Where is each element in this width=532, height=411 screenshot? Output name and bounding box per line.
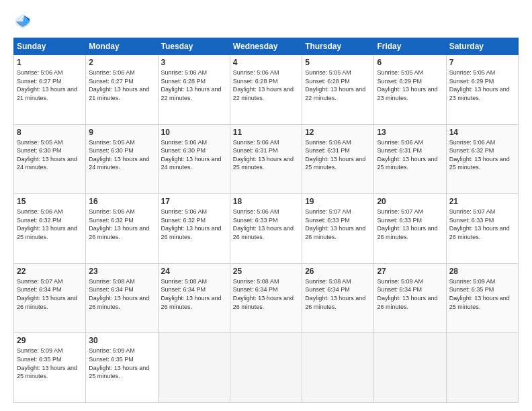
day-info: Sunrise: 5:09 AM Sunset: 6:35 PM Dayligh… <box>449 277 515 311</box>
calendar-cell: 12 Sunrise: 5:06 AM Sunset: 6:31 PM Dayl… <box>302 124 374 194</box>
day-number: 15 <box>17 197 83 206</box>
calendar-cell: 20 Sunrise: 5:07 AM Sunset: 6:33 PM Dayl… <box>374 194 446 264</box>
day-number: 3 <box>161 58 227 67</box>
day-number: 13 <box>377 128 443 137</box>
calendar-cell: 15 Sunrise: 5:06 AM Sunset: 6:32 PM Dayl… <box>14 194 86 264</box>
calendar-cell <box>158 333 230 403</box>
day-number: 7 <box>449 58 515 67</box>
weekday-header-tuesday: Tuesday <box>158 38 230 55</box>
day-info: Sunrise: 5:05 AM Sunset: 6:29 PM Dayligh… <box>377 68 443 102</box>
calendar-cell: 18 Sunrise: 5:06 AM Sunset: 6:33 PM Dayl… <box>230 194 302 264</box>
calendar-cell <box>446 333 518 403</box>
weekday-header-wednesday: Wednesday <box>230 38 302 55</box>
calendar-cell: 25 Sunrise: 5:08 AM Sunset: 6:34 PM Dayl… <box>230 263 302 333</box>
day-info: Sunrise: 5:05 AM Sunset: 6:30 PM Dayligh… <box>17 138 83 172</box>
day-info: Sunrise: 5:08 AM Sunset: 6:34 PM Dayligh… <box>305 277 371 311</box>
day-number: 26 <box>305 267 371 276</box>
weekday-header-friday: Friday <box>374 38 446 55</box>
day-info: Sunrise: 5:06 AM Sunset: 6:30 PM Dayligh… <box>161 138 227 172</box>
calendar-cell: 22 Sunrise: 5:07 AM Sunset: 6:34 PM Dayl… <box>14 263 86 333</box>
day-info: Sunrise: 5:06 AM Sunset: 6:31 PM Dayligh… <box>233 138 299 172</box>
calendar-cell: 29 Sunrise: 5:09 AM Sunset: 6:35 PM Dayl… <box>14 333 86 403</box>
day-info: Sunrise: 5:09 AM Sunset: 6:34 PM Dayligh… <box>377 277 443 311</box>
day-number: 20 <box>377 197 443 206</box>
day-info: Sunrise: 5:06 AM Sunset: 6:32 PM Dayligh… <box>161 208 227 241</box>
day-info: Sunrise: 5:06 AM Sunset: 6:28 PM Dayligh… <box>161 68 227 102</box>
day-number: 17 <box>161 197 227 206</box>
day-number: 9 <box>89 128 154 137</box>
day-info: Sunrise: 5:06 AM Sunset: 6:27 PM Dayligh… <box>89 68 154 102</box>
day-number: 24 <box>161 267 227 276</box>
calendar-week-4: 22 Sunrise: 5:07 AM Sunset: 6:34 PM Dayl… <box>14 263 519 333</box>
calendar-cell: 8 Sunrise: 5:05 AM Sunset: 6:30 PM Dayli… <box>14 124 86 194</box>
day-number: 23 <box>89 267 154 276</box>
day-number: 4 <box>233 58 299 67</box>
day-number: 21 <box>449 197 515 206</box>
calendar-cell <box>374 333 446 403</box>
calendar-cell: 11 Sunrise: 5:06 AM Sunset: 6:31 PM Dayl… <box>230 124 302 194</box>
day-number: 22 <box>17 267 83 276</box>
weekday-header-monday: Monday <box>86 38 158 55</box>
calendar-cell: 21 Sunrise: 5:07 AM Sunset: 6:33 PM Dayl… <box>446 194 518 264</box>
day-info: Sunrise: 5:06 AM Sunset: 6:28 PM Dayligh… <box>233 68 299 102</box>
calendar-week-3: 15 Sunrise: 5:06 AM Sunset: 6:32 PM Dayl… <box>14 194 519 264</box>
calendar-cell: 19 Sunrise: 5:07 AM Sunset: 6:33 PM Dayl… <box>302 194 374 264</box>
page: SundayMondayTuesdayWednesdayThursdayFrid… <box>0 0 532 411</box>
day-number: 8 <box>17 128 83 137</box>
day-info: Sunrise: 5:05 AM Sunset: 6:28 PM Dayligh… <box>305 68 371 102</box>
calendar-cell: 3 Sunrise: 5:06 AM Sunset: 6:28 PM Dayli… <box>158 55 230 125</box>
day-number: 16 <box>89 197 154 206</box>
calendar-cell: 16 Sunrise: 5:06 AM Sunset: 6:32 PM Dayl… <box>86 194 158 264</box>
calendar-cell: 28 Sunrise: 5:09 AM Sunset: 6:35 PM Dayl… <box>446 263 518 333</box>
calendar-cell: 14 Sunrise: 5:06 AM Sunset: 6:32 PM Dayl… <box>446 124 518 194</box>
calendar-cell: 13 Sunrise: 5:06 AM Sunset: 6:31 PM Dayl… <box>374 124 446 194</box>
day-info: Sunrise: 5:05 AM Sunset: 6:30 PM Dayligh… <box>89 138 154 172</box>
weekday-header-thursday: Thursday <box>302 38 374 55</box>
calendar-cell: 27 Sunrise: 5:09 AM Sunset: 6:34 PM Dayl… <box>374 263 446 333</box>
calendar-cell <box>302 333 374 403</box>
calendar-cell: 24 Sunrise: 5:08 AM Sunset: 6:34 PM Dayl… <box>158 263 230 333</box>
calendar-cell: 7 Sunrise: 5:05 AM Sunset: 6:29 PM Dayli… <box>446 55 518 125</box>
day-info: Sunrise: 5:06 AM Sunset: 6:32 PM Dayligh… <box>449 138 515 172</box>
day-info: Sunrise: 5:06 AM Sunset: 6:27 PM Dayligh… <box>17 68 83 102</box>
calendar-cell <box>230 333 302 403</box>
day-info: Sunrise: 5:09 AM Sunset: 6:35 PM Dayligh… <box>17 347 83 380</box>
day-number: 6 <box>377 58 443 67</box>
calendar-cell: 23 Sunrise: 5:08 AM Sunset: 6:34 PM Dayl… <box>86 263 158 333</box>
day-info: Sunrise: 5:07 AM Sunset: 6:33 PM Dayligh… <box>377 208 443 241</box>
day-number: 30 <box>89 336 154 345</box>
calendar-cell: 2 Sunrise: 5:06 AM Sunset: 6:27 PM Dayli… <box>86 55 158 125</box>
calendar-cell: 30 Sunrise: 5:09 AM Sunset: 6:35 PM Dayl… <box>86 333 158 403</box>
day-number: 28 <box>449 267 515 276</box>
day-info: Sunrise: 5:06 AM Sunset: 6:31 PM Dayligh… <box>377 138 443 172</box>
day-info: Sunrise: 5:06 AM Sunset: 6:32 PM Dayligh… <box>17 208 83 241</box>
logo <box>13 12 35 31</box>
calendar-week-2: 8 Sunrise: 5:05 AM Sunset: 6:30 PM Dayli… <box>14 124 519 194</box>
day-number: 2 <box>89 58 154 67</box>
day-number: 1 <box>17 58 83 67</box>
day-number: 10 <box>161 128 227 137</box>
calendar-table: SundayMondayTuesdayWednesdayThursdayFrid… <box>13 38 519 403</box>
day-info: Sunrise: 5:05 AM Sunset: 6:29 PM Dayligh… <box>449 68 515 102</box>
day-info: Sunrise: 5:09 AM Sunset: 6:35 PM Dayligh… <box>89 347 154 380</box>
day-number: 29 <box>17 336 83 345</box>
day-info: Sunrise: 5:06 AM Sunset: 6:33 PM Dayligh… <box>233 208 299 241</box>
day-number: 12 <box>305 128 371 137</box>
day-number: 11 <box>233 128 299 137</box>
calendar-cell: 1 Sunrise: 5:06 AM Sunset: 6:27 PM Dayli… <box>14 55 86 125</box>
calendar-week-1: 1 Sunrise: 5:06 AM Sunset: 6:27 PM Dayli… <box>14 55 519 125</box>
calendar-cell: 9 Sunrise: 5:05 AM Sunset: 6:30 PM Dayli… <box>86 124 158 194</box>
weekday-header-row: SundayMondayTuesdayWednesdayThursdayFrid… <box>14 38 519 55</box>
day-number: 14 <box>449 128 515 137</box>
logo-icon <box>13 12 32 31</box>
day-info: Sunrise: 5:06 AM Sunset: 6:31 PM Dayligh… <box>305 138 371 172</box>
weekday-header-sunday: Sunday <box>14 38 86 55</box>
day-info: Sunrise: 5:08 AM Sunset: 6:34 PM Dayligh… <box>161 277 227 311</box>
day-number: 5 <box>305 58 371 67</box>
calendar-cell: 10 Sunrise: 5:06 AM Sunset: 6:30 PM Dayl… <box>158 124 230 194</box>
calendar-cell: 5 Sunrise: 5:05 AM Sunset: 6:28 PM Dayli… <box>302 55 374 125</box>
calendar-cell: 17 Sunrise: 5:06 AM Sunset: 6:32 PM Dayl… <box>158 194 230 264</box>
day-number: 27 <box>377 267 443 276</box>
day-number: 25 <box>233 267 299 276</box>
header <box>13 12 519 31</box>
